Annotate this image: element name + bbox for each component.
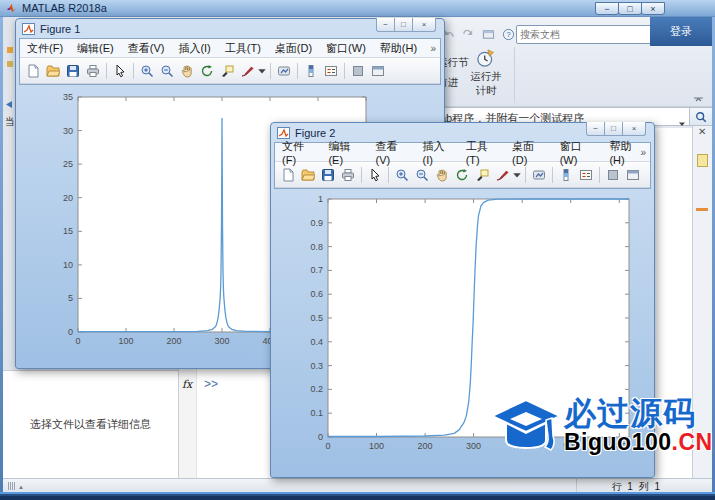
desktop-layout-icon[interactable] xyxy=(480,26,497,43)
rotate-3d-icon[interactable] xyxy=(452,165,472,185)
svg-text:0: 0 xyxy=(75,336,80,346)
close-icon[interactable]: ✕ xyxy=(698,126,706,137)
file-details-panel: 选择文件以查看详细信息 xyxy=(3,370,178,478)
data-cursor-icon[interactable] xyxy=(217,61,237,81)
minimize-button[interactable]: − xyxy=(595,2,619,15)
legend-icon[interactable] xyxy=(321,61,341,81)
new-file-icon[interactable] xyxy=(23,61,43,81)
redo-icon[interactable] xyxy=(460,26,477,43)
help-icon[interactable]: ? xyxy=(500,26,517,43)
close-button[interactable]: × xyxy=(641,2,665,15)
current-folder-tab-clipped[interactable]: 当 xyxy=(5,115,15,129)
legend-icon[interactable] xyxy=(576,165,596,185)
menu-item[interactable]: 帮助(H) xyxy=(373,40,424,57)
menu-overflow-icon[interactable]: » xyxy=(430,43,436,54)
menu-item[interactable]: 工具(T) xyxy=(218,40,268,57)
maximize-button[interactable]: □ xyxy=(604,122,623,136)
svg-text:1: 1 xyxy=(318,194,323,204)
menu-item[interactable]: 桌面(D) xyxy=(505,138,553,167)
pan-icon[interactable] xyxy=(177,61,197,81)
close-button[interactable]: × xyxy=(622,122,646,136)
ribbon-collapse-icon[interactable] xyxy=(693,89,704,107)
dock-figure-icon[interactable] xyxy=(348,61,368,81)
menu-item[interactable]: 窗口(W) xyxy=(553,138,603,167)
back-arrow-icon[interactable] xyxy=(4,95,13,113)
menu-item[interactable]: 查看(V) xyxy=(121,40,172,57)
menu-item[interactable]: 编辑(E) xyxy=(321,138,368,167)
pan-icon[interactable] xyxy=(432,165,452,185)
new-file-icon[interactable] xyxy=(278,165,298,185)
toolbar-separator xyxy=(552,167,553,183)
menu-item[interactable]: 工具(T) xyxy=(459,138,505,167)
caret-down-icon[interactable] xyxy=(257,61,267,81)
clipped-ribbon-icon xyxy=(7,47,13,53)
login-button[interactable]: 登录 xyxy=(650,17,712,46)
maximize-button[interactable]: □ xyxy=(618,2,642,15)
menu-item[interactable]: 窗口(W) xyxy=(319,40,373,57)
svg-text:0: 0 xyxy=(325,441,330,451)
print-icon[interactable] xyxy=(83,61,103,81)
link-plot-icon[interactable] xyxy=(529,165,549,185)
svg-text:0: 0 xyxy=(68,327,73,337)
menu-overflow-icon[interactable]: » xyxy=(640,147,646,158)
svg-text:0.1: 0.1 xyxy=(310,408,323,418)
open-folder-icon[interactable] xyxy=(298,165,318,185)
status-separator xyxy=(576,479,577,492)
maximize-button[interactable]: □ xyxy=(394,18,413,32)
watermark: 必过源码 Biguo100.CN xyxy=(490,396,712,464)
toolbar-separator xyxy=(388,167,389,183)
toolbar-separator xyxy=(270,63,271,79)
menu-item[interactable]: 查看(V) xyxy=(368,138,415,167)
close-button[interactable]: × xyxy=(412,18,436,32)
colorbar-icon[interactable] xyxy=(301,61,321,81)
search-go-button[interactable] xyxy=(689,108,712,125)
search-input[interactable] xyxy=(517,29,655,40)
status-grip-icon[interactable]: ▲ xyxy=(8,482,24,490)
svg-text:0.6: 0.6 xyxy=(310,289,323,299)
save-icon[interactable] xyxy=(318,165,338,185)
maximize-figure-icon[interactable] xyxy=(368,61,388,81)
svg-text:25: 25 xyxy=(63,159,73,169)
save-icon[interactable] xyxy=(63,61,83,81)
menu-item[interactable]: 插入(I) xyxy=(171,40,217,57)
dock-figure-icon[interactable] xyxy=(603,165,623,185)
link-plot-icon[interactable] xyxy=(274,61,294,81)
menu-item[interactable]: 文件(F) xyxy=(275,138,321,167)
watermark-brand-en: Biguo100.CN xyxy=(564,430,713,454)
menu-item[interactable]: 编辑(E) xyxy=(70,40,121,57)
open-folder-icon[interactable] xyxy=(43,61,63,81)
zoom-in-icon[interactable] xyxy=(137,61,157,81)
brush-icon[interactable] xyxy=(492,165,512,185)
svg-text:300: 300 xyxy=(466,441,481,451)
menu-item[interactable]: 文件(F) xyxy=(20,40,70,57)
caret-down-icon[interactable] xyxy=(512,165,522,185)
colorbar-icon[interactable] xyxy=(556,165,576,185)
doc-search-box[interactable] xyxy=(516,25,652,44)
command-prompt[interactable]: >> xyxy=(204,377,218,391)
minimize-button[interactable]: − xyxy=(586,122,605,136)
brush-icon[interactable] xyxy=(237,61,257,81)
svg-text:20: 20 xyxy=(63,193,73,203)
minimize-button[interactable]: − xyxy=(376,18,395,32)
fx-function-hint[interactable]: fx xyxy=(182,378,192,391)
print-icon[interactable] xyxy=(338,165,358,185)
svg-text:0.2: 0.2 xyxy=(310,384,323,394)
figure1-titlebar[interactable]: Figure 1 −□× xyxy=(16,19,444,38)
maximize-figure-icon[interactable] xyxy=(623,165,643,185)
svg-text:0.3: 0.3 xyxy=(310,361,323,371)
document-marker-icon[interactable] xyxy=(697,154,708,167)
pointer-icon[interactable] xyxy=(365,165,385,185)
warning-marker-icon[interactable] xyxy=(696,208,708,211)
zoom-in-icon[interactable] xyxy=(392,165,412,185)
pointer-icon[interactable] xyxy=(110,61,130,81)
rotate-3d-icon[interactable] xyxy=(197,61,217,81)
data-cursor-icon[interactable] xyxy=(472,165,492,185)
run-and-time-button[interactable]: 运行并 计时 xyxy=(462,46,510,104)
menu-item[interactable]: 插入(I) xyxy=(415,138,458,167)
zoom-out-icon[interactable] xyxy=(157,61,177,81)
menu-item[interactable]: 桌面(D) xyxy=(268,40,319,57)
toolbar-separator xyxy=(599,167,600,183)
zoom-out-icon[interactable] xyxy=(412,165,432,185)
figure-window-title: Figure 1 xyxy=(40,23,80,35)
figure-menubar: 文件(F)编辑(E)查看(V)插入(I)工具(T)桌面(D)窗口(W)帮助(H)… xyxy=(275,143,650,162)
